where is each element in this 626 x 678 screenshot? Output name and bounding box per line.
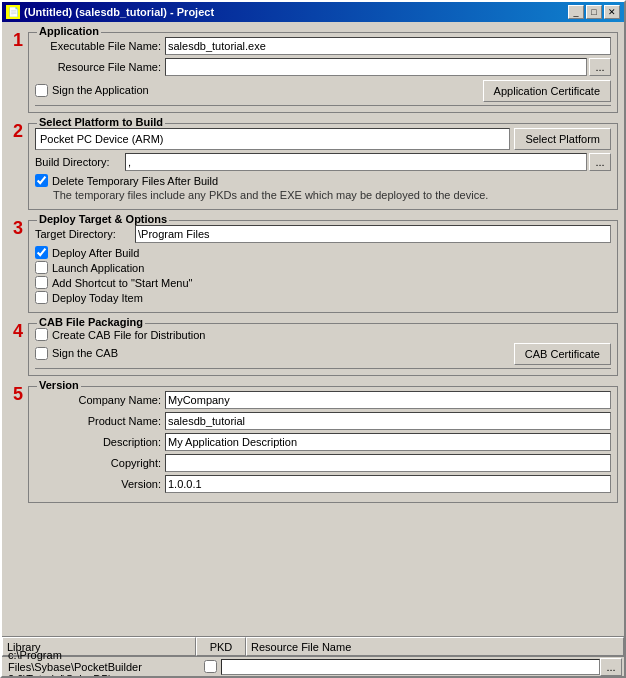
section-number-4: 4 xyxy=(8,317,28,342)
launch-label: Launch Application xyxy=(52,262,144,274)
status-resource: Resource File Name xyxy=(246,637,624,656)
divider1 xyxy=(35,105,611,106)
version-box: Version Company Name: Product Name: Desc… xyxy=(28,386,618,503)
sign-checkbox-row: Sign the Application xyxy=(35,84,149,97)
status-pkd: PKD xyxy=(196,637,246,656)
window-title: (Untitled) (salesdb_tutorial) - Project xyxy=(24,6,214,18)
launch-row: Launch Application xyxy=(35,261,611,274)
version-input[interactable] xyxy=(165,475,611,493)
copyright-input[interactable] xyxy=(165,454,611,472)
copyright-label: Copyright: xyxy=(35,457,165,469)
sign-label: Sign the Application xyxy=(52,84,149,96)
company-input[interactable] xyxy=(165,391,611,409)
resource-row: Resource File Name: ... xyxy=(35,58,611,76)
build-dir-input-group: ... xyxy=(125,153,611,171)
bottom-resource-input[interactable] xyxy=(221,659,600,675)
app-cert-button[interactable]: Application Certificate xyxy=(483,80,611,102)
pkd-label: PKD xyxy=(210,641,233,653)
target-dir-row: Target Directory: xyxy=(35,225,611,243)
version-label: Version: xyxy=(35,478,165,490)
maximize-button[interactable]: □ xyxy=(586,5,602,19)
company-label: Company Name: xyxy=(35,394,165,406)
scrollable-area: 1 Application Executable File Name: Reso… xyxy=(2,22,624,636)
section-number-1: 1 xyxy=(8,26,28,51)
platform-legend: Select Platform to Build xyxy=(37,116,165,128)
cab-legend: CAB File Packaging xyxy=(37,316,145,328)
temp-note: The temporary files include any PKDs and… xyxy=(53,189,611,201)
sign-cab-checkbox[interactable] xyxy=(35,347,48,360)
build-dir-row: Build Directory: ... xyxy=(35,153,611,171)
main-content: 1 Application Executable File Name: Reso… xyxy=(2,22,624,676)
desc-row: Description: xyxy=(35,433,611,451)
divider2 xyxy=(35,368,611,369)
exe-row: Executable File Name: xyxy=(35,37,611,55)
close-button[interactable]: ✕ xyxy=(604,5,620,19)
build-dir-browse-button[interactable]: ... xyxy=(589,153,611,171)
version-legend: Version xyxy=(37,379,81,391)
version-section: 5 Version Company Name: Product Name: De… xyxy=(8,380,618,503)
title-bar: 📄 (Untitled) (salesdb_tutorial) - Projec… xyxy=(2,2,624,22)
deploy-after-label: Deploy After Build xyxy=(52,247,139,259)
bottom-row: c:\Program Files\Sybase\PocketBuilder 2.… xyxy=(2,656,624,676)
section-number-2: 2 xyxy=(8,117,28,142)
copyright-row: Copyright: xyxy=(35,454,611,472)
launch-checkbox[interactable] xyxy=(35,261,48,274)
deploy-section: 3 Deploy Target & Options Target Directo… xyxy=(8,214,618,313)
today-row: Deploy Today Item xyxy=(35,291,611,304)
resource-browse-button[interactable]: ... xyxy=(589,58,611,76)
sign-row: Sign the Application Application Certifi… xyxy=(35,80,611,102)
today-label: Deploy Today Item xyxy=(52,292,143,304)
delete-temp-row: Delete Temporary Files After Build xyxy=(35,174,611,187)
application-legend: Application xyxy=(37,25,101,37)
today-checkbox[interactable] xyxy=(35,291,48,304)
resource-file-label: Resource File Name xyxy=(251,641,351,653)
sign-cab-checkbox-row: Sign the CAB xyxy=(35,347,118,360)
bottom-browse-button[interactable]: ... xyxy=(600,658,622,676)
company-row: Company Name: xyxy=(35,391,611,409)
exe-label: Executable File Name: xyxy=(35,40,165,52)
app-icon: 📄 xyxy=(6,5,20,19)
desc-input[interactable] xyxy=(165,433,611,451)
deploy-after-checkbox[interactable] xyxy=(35,246,48,259)
platform-box: Select Platform to Build Pocket PC Devic… xyxy=(28,123,618,210)
sign-cab-row: Sign the CAB CAB Certificate xyxy=(35,343,611,365)
section-number-3: 3 xyxy=(8,214,28,239)
application-section: 1 Application Executable File Name: Reso… xyxy=(8,26,618,113)
platform-section: 2 Select Platform to Build Pocket PC Dev… xyxy=(8,117,618,210)
select-platform-button[interactable]: Select Platform xyxy=(514,128,611,150)
bottom-pkd-checkbox[interactable] xyxy=(204,660,217,673)
desc-label: Description: xyxy=(35,436,165,448)
main-window: 📄 (Untitled) (salesdb_tutorial) - Projec… xyxy=(0,0,626,678)
application-box: Application Executable File Name: Resour… xyxy=(28,32,618,113)
deploy-legend: Deploy Target & Options xyxy=(37,213,169,225)
product-row: Product Name: xyxy=(35,412,611,430)
section-number-5: 5 xyxy=(8,380,28,405)
platform-row: Pocket PC Device (ARM) Select Platform xyxy=(35,128,611,150)
create-cab-row: Create CAB File for Distribution xyxy=(35,328,611,341)
cab-section: 4 CAB File Packaging Create CAB File for… xyxy=(8,317,618,376)
shortcut-label: Add Shortcut to "Start Menu" xyxy=(52,277,193,289)
build-dir-input[interactable] xyxy=(125,153,587,171)
shortcut-checkbox[interactable] xyxy=(35,276,48,289)
version-row: Version: xyxy=(35,475,611,493)
build-dir-label: Build Directory: xyxy=(35,156,125,168)
delete-temp-label: Delete Temporary Files After Build xyxy=(52,175,218,187)
deploy-box: Deploy Target & Options Target Directory… xyxy=(28,220,618,313)
cab-box: CAB File Packaging Create CAB File for D… xyxy=(28,323,618,376)
resource-input[interactable] xyxy=(165,58,587,76)
sign-checkbox[interactable] xyxy=(35,84,48,97)
target-dir-input[interactable] xyxy=(135,225,611,243)
title-bar-left: 📄 (Untitled) (salesdb_tutorial) - Projec… xyxy=(6,5,214,19)
sign-cab-label: Sign the CAB xyxy=(52,347,118,359)
delete-temp-checkbox[interactable] xyxy=(35,174,48,187)
cab-cert-button[interactable]: CAB Certificate xyxy=(514,343,611,365)
resource-label: Resource File Name: xyxy=(35,61,165,73)
product-input[interactable] xyxy=(165,412,611,430)
create-cab-checkbox[interactable] xyxy=(35,328,48,341)
shortcut-row: Add Shortcut to "Start Menu" xyxy=(35,276,611,289)
minimize-button[interactable]: _ xyxy=(568,5,584,19)
target-dir-label: Target Directory: xyxy=(35,228,135,240)
exe-input[interactable] xyxy=(165,37,611,55)
title-buttons: _ □ ✕ xyxy=(568,5,620,19)
product-label: Product Name: xyxy=(35,415,165,427)
